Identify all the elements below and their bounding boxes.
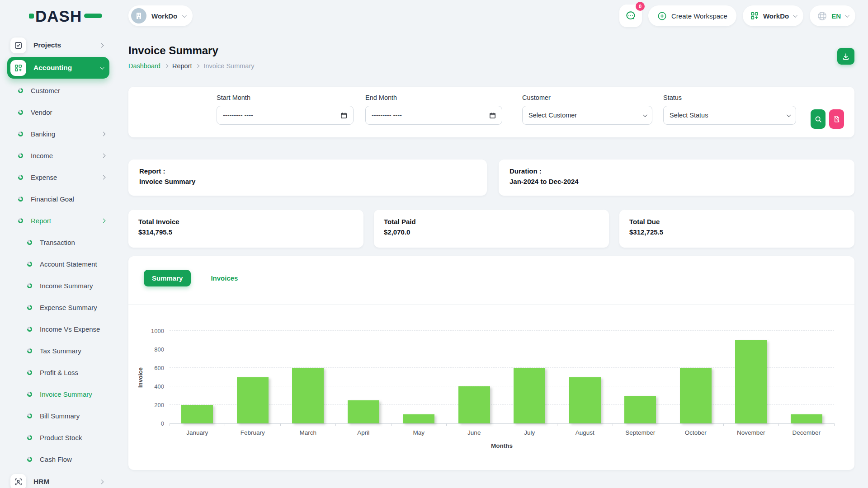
chevron-right-icon xyxy=(196,64,199,68)
bar-november[interactable] xyxy=(735,340,767,424)
start-month-label: Start Month xyxy=(217,94,354,101)
bullet-icon xyxy=(18,131,23,136)
sidebar-item-expense-summary[interactable]: Expense Summary xyxy=(0,296,117,318)
y-tick-label: 400 xyxy=(142,383,164,390)
chart-card: SummaryInvoices Invoice Months 020040060… xyxy=(128,256,854,470)
breadcrumb-dashboard-link[interactable]: Dashboard xyxy=(128,62,160,70)
bullet-icon xyxy=(18,153,23,158)
tabs-divider xyxy=(128,304,854,305)
calendar-icon xyxy=(489,112,496,119)
bar-june[interactable] xyxy=(458,386,490,423)
bar-january[interactable] xyxy=(181,405,213,423)
x-axis-title: Months xyxy=(170,442,834,449)
bullet-icon xyxy=(27,370,32,375)
duration-card: Duration : Jan-2024 to Dec-2024 xyxy=(499,160,854,196)
page-title: Invoice Summary xyxy=(128,44,854,57)
workspace-switcher[interactable]: WorkDo xyxy=(128,5,193,26)
app-logo[interactable]: DASH xyxy=(29,8,117,24)
bar-july[interactable] xyxy=(514,368,545,423)
stat-card-total-due: Total Due $312,725.5 xyxy=(619,210,854,248)
sidebar-item-vendor[interactable]: Vendor xyxy=(0,101,117,123)
status-filter: Status Select Status xyxy=(663,94,796,125)
download-button[interactable] xyxy=(837,48,854,65)
breadcrumb-report-link[interactable]: Report xyxy=(172,62,192,70)
tab-summary[interactable]: Summary xyxy=(144,270,191,286)
notifications-button[interactable]: 0 xyxy=(619,5,642,27)
breadcrumb: Dashboard Report Invoice Summary xyxy=(128,62,854,70)
status-select[interactable]: Select Status xyxy=(663,106,796,125)
sidebar-item-income-summary[interactable]: Income Summary xyxy=(0,275,117,296)
user-scan-icon xyxy=(10,474,26,488)
breadcrumb-current: Invoice Summary xyxy=(203,62,254,70)
stats-row: Total Invoice $314,795.5 Total Paid $2,0… xyxy=(128,210,854,248)
workdo-menu-label: WorkDo xyxy=(763,12,789,20)
workdo-menu-button[interactable]: WorkDo xyxy=(743,5,803,26)
bar-december[interactable] xyxy=(791,414,822,424)
stat-label: Total Due xyxy=(629,218,844,225)
bullet-icon xyxy=(18,197,23,202)
end-month-input[interactable]: --------- ---- xyxy=(365,106,502,125)
end-month-filter: End Month --------- ---- xyxy=(365,94,502,125)
bar-october[interactable] xyxy=(680,368,712,423)
customer-select[interactable]: Select Customer xyxy=(522,106,652,125)
stat-value: $312,725.5 xyxy=(629,228,844,236)
workspace-avatar xyxy=(131,8,146,23)
tab-invoices[interactable]: Invoices xyxy=(203,270,246,286)
x-tick-label-july: July xyxy=(502,423,557,436)
x-tick-label-june: June xyxy=(447,423,502,436)
bullet-icon xyxy=(27,327,32,332)
bar-february[interactable] xyxy=(237,377,269,424)
building-icon xyxy=(135,12,143,20)
chevron-right-icon xyxy=(165,64,168,68)
bar-march[interactable] xyxy=(292,368,324,423)
sidebar-item-hrm[interactable]: HRM xyxy=(7,471,109,488)
chevron-down-icon xyxy=(182,13,187,18)
bar-august[interactable] xyxy=(569,377,601,424)
sidebar-item-income-vs-expense[interactable]: Income Vs Expense xyxy=(0,318,117,340)
bullet-icon xyxy=(18,110,23,115)
sidebar-item-banking[interactable]: Banking xyxy=(0,123,117,145)
bullet-icon xyxy=(27,305,32,310)
bullet-icon xyxy=(27,413,32,418)
reset-filter-button[interactable] xyxy=(829,109,844,129)
y-tick-label: 0 xyxy=(142,420,164,427)
sidebar-item-accounting[interactable]: Accounting xyxy=(7,57,109,79)
create-workspace-button[interactable]: Create Workspace xyxy=(648,5,736,26)
language-selector[interactable]: EN xyxy=(810,5,855,26)
sidebar-item-account-statement[interactable]: Account Statement xyxy=(0,253,117,275)
sidebar-item-tax-summary[interactable]: Tax Summary xyxy=(0,340,117,361)
stat-card-total-paid: Total Paid $2,070.0 xyxy=(374,210,609,248)
sidebar-item-product-stock[interactable]: Product Stock xyxy=(0,427,117,448)
bullet-icon xyxy=(27,348,32,353)
sidebar-item-customer[interactable]: Customer xyxy=(0,80,117,101)
sidebar-item-cash-flow[interactable]: Cash Flow xyxy=(0,448,117,470)
bar-may[interactable] xyxy=(403,414,434,424)
chevron-right-icon xyxy=(101,153,106,158)
sidebar-item-financial-goal[interactable]: Financial Goal xyxy=(0,188,117,210)
chevron-right-icon xyxy=(101,218,106,223)
chevron-down-icon xyxy=(845,13,849,18)
apply-filter-button[interactable] xyxy=(811,109,826,129)
sidebar-item-expense[interactable]: Expense xyxy=(0,166,117,188)
sidebar-item-projects[interactable]: Projects xyxy=(7,34,109,56)
chevron-right-icon xyxy=(101,131,106,136)
sidebar-item-transaction[interactable]: Transaction xyxy=(0,231,117,253)
header-actions: 0 Create Workspace WorkDo EN xyxy=(619,5,855,27)
sidebar-item-invoice-summary[interactable]: Invoice Summary xyxy=(0,383,117,405)
workspace-name: WorkDo xyxy=(151,12,177,20)
bullet-icon xyxy=(18,175,23,180)
gridline-400 xyxy=(170,386,834,386)
start-month-input[interactable]: --------- ---- xyxy=(217,106,354,125)
customer-filter: Customer Select Customer xyxy=(522,94,652,125)
sidebar-item-income[interactable]: Income xyxy=(0,145,117,166)
sidebar-item-bill-summary[interactable]: Bill Summary xyxy=(0,405,117,427)
bar-september[interactable] xyxy=(624,396,656,424)
customer-label: Customer xyxy=(522,94,652,101)
sidebar-item-profit-loss[interactable]: Profit & Loss xyxy=(0,361,117,383)
grid-plus-icon xyxy=(750,11,759,20)
sidebar-item-report[interactable]: Report xyxy=(0,210,117,231)
x-tick-label-february: February xyxy=(225,423,281,436)
chevron-right-icon xyxy=(99,479,104,484)
bar-april[interactable] xyxy=(348,400,379,423)
report-info-row: Report : Invoice Summary Duration : Jan-… xyxy=(128,160,854,196)
